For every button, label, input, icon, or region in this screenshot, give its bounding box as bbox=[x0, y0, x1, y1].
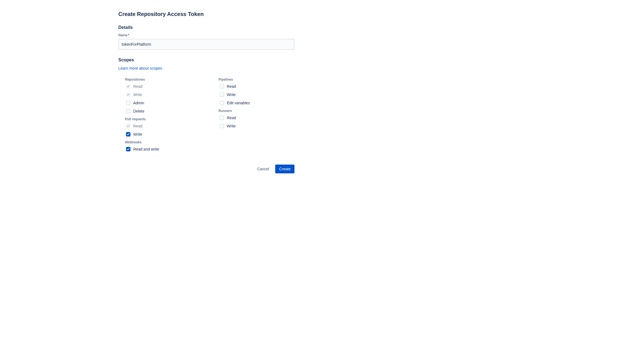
scope-label: Write bbox=[227, 124, 236, 128]
scope-pipelines-editvars[interactable]: Edit variables bbox=[219, 101, 294, 105]
checkbox-pr-read bbox=[126, 124, 130, 128]
scope-label: Read bbox=[133, 124, 142, 128]
scope-label: Delete bbox=[133, 109, 144, 113]
group-pullrequests-label: Pull requests bbox=[125, 117, 201, 121]
checkbox-runners-write[interactable] bbox=[220, 124, 224, 128]
group-pipelines-label: Pipelines bbox=[219, 78, 294, 81]
checkbox-pipelines-read[interactable] bbox=[220, 84, 224, 89]
scope-repositories-admin[interactable]: Admin bbox=[125, 101, 201, 105]
group-repositories-label: Repositories bbox=[125, 78, 201, 81]
group-runners-label: Runners bbox=[219, 109, 294, 113]
scope-pr-read: Read bbox=[125, 124, 201, 128]
checkbox-pipelines-editvars[interactable] bbox=[220, 101, 224, 105]
checkbox-repo-delete[interactable] bbox=[126, 109, 130, 113]
scope-label: Edit variables bbox=[227, 101, 250, 105]
checkbox-webhooks-rw[interactable] bbox=[126, 147, 130, 151]
checkbox-pr-write[interactable] bbox=[126, 132, 130, 136]
scopes-column-right: Pipelines Read Write Edit variables Runn… bbox=[212, 76, 294, 155]
scopes-grid: Repositories Read Write Admin Delete Pul… bbox=[118, 76, 294, 155]
name-input[interactable] bbox=[118, 39, 294, 50]
scope-label: Read bbox=[133, 84, 142, 89]
group-webhooks-label: Webhooks bbox=[125, 140, 201, 144]
scope-label: Read bbox=[227, 116, 236, 120]
scope-repositories-delete[interactable]: Delete bbox=[125, 109, 201, 113]
checkbox-pipelines-write[interactable] bbox=[220, 92, 224, 97]
scope-runners-write[interactable]: Write bbox=[219, 124, 294, 128]
create-token-dialog: Create Repository Access Token Details N… bbox=[118, 11, 294, 173]
checkbox-repo-admin[interactable] bbox=[126, 101, 130, 105]
scope-label: Admin bbox=[133, 101, 144, 105]
scope-label: Write bbox=[133, 92, 142, 97]
cancel-button[interactable]: Cancel bbox=[253, 165, 273, 173]
scope-webhooks-readwrite[interactable]: Read and write bbox=[125, 147, 201, 151]
scope-runners-read[interactable]: Read bbox=[219, 116, 294, 120]
dialog-title: Create Repository Access Token bbox=[118, 11, 294, 17]
scopes-column-left: Repositories Read Write Admin Delete Pul… bbox=[118, 76, 201, 155]
scope-label: Write bbox=[133, 132, 142, 136]
scope-label: Write bbox=[227, 92, 236, 97]
create-button[interactable]: Create bbox=[275, 165, 294, 173]
scope-label: Read and write bbox=[133, 147, 159, 151]
required-asterisk: * bbox=[128, 33, 129, 37]
checkbox-repo-read bbox=[126, 84, 130, 89]
checkbox-repo-write bbox=[126, 92, 130, 97]
scope-label: Read bbox=[227, 84, 236, 89]
scopes-section-heading: Scopes bbox=[118, 58, 294, 62]
name-field-label: Name* bbox=[118, 33, 294, 37]
scope-pipelines-write[interactable]: Write bbox=[219, 92, 294, 97]
dialog-actions: Cancel Create bbox=[118, 165, 294, 173]
scope-repositories-read: Read bbox=[125, 84, 201, 89]
details-section-heading: Details bbox=[118, 25, 294, 30]
scope-pr-write[interactable]: Write bbox=[125, 132, 201, 136]
scope-repositories-write: Write bbox=[125, 92, 201, 97]
scope-pipelines-read[interactable]: Read bbox=[219, 84, 294, 89]
checkbox-runners-read[interactable] bbox=[220, 116, 224, 120]
learn-more-scopes-link[interactable]: Learn more about scopes. bbox=[118, 66, 163, 70]
